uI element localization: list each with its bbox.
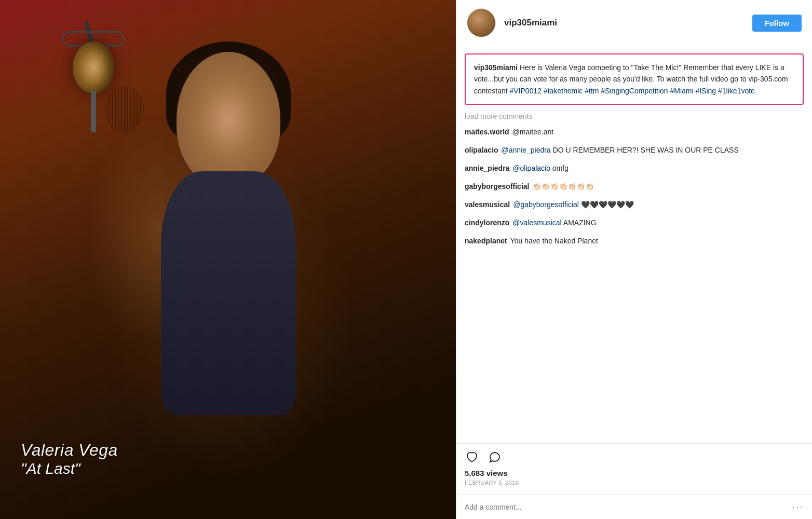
comment-text: @annie_piedra DO U REMEMBER HER?! SHE WA…: [502, 145, 739, 156]
comment-username[interactable]: maites.world: [465, 127, 509, 138]
post-date: FEBRUARY 5, 2016: [465, 480, 804, 486]
song-title: "At Last": [21, 460, 118, 477]
video-text-overlay: Valeria Vega "At Last": [21, 441, 118, 477]
post-panel: vip305miami Follow vip305miami Here is V…: [456, 0, 812, 519]
comment-text: 👏🏻👏🏻👏🏻👏🏻👏🏻👏🏻👏🏻: [532, 181, 594, 192]
comment-username[interactable]: cindylorenzo: [465, 217, 509, 228]
comment-username[interactable]: valesmusical: [465, 199, 510, 210]
comment-button[interactable]: [488, 450, 502, 465]
comment-item: maites.world @maitee.ant: [465, 127, 804, 138]
mic-mount: [91, 91, 96, 132]
follow-button[interactable]: Follow: [752, 15, 802, 32]
comment-username[interactable]: nakedplanet: [465, 236, 507, 247]
add-comment-input[interactable]: [465, 503, 792, 511]
comment-text: @gabyborgesofficial 🖤🖤🖤🖤🖤🖤: [513, 199, 634, 210]
body-shape: [161, 171, 296, 415]
performer-name: Valeria Vega: [21, 441, 118, 460]
microphone-visual: [42, 0, 145, 311]
comment-item: gabyborgesofficial 👏🏻👏🏻👏🏻👏🏻👏🏻👏🏻👏🏻: [465, 181, 804, 192]
video-panel: Valeria Vega "At Last": [0, 0, 456, 519]
caption-username[interactable]: vip305miami: [474, 63, 518, 72]
comment-item: annie_piedra @olipalacio omfg: [465, 163, 804, 174]
action-icons: [465, 450, 804, 465]
caption-hashtags[interactable]: #VIP0012 #takethemic #ttm #SingingCompet…: [510, 87, 755, 95]
mic-body: [73, 42, 114, 93]
video-background: Valeria Vega "At Last": [0, 0, 456, 519]
comment-text: @olipalacio omfg: [512, 163, 569, 174]
comments-section: maites.world @maitee.ant olipalacio @ann…: [456, 127, 812, 443]
comment-item: nakedplanet You have the Naked Planet: [465, 236, 804, 247]
views-count: 5,683 views: [465, 469, 804, 477]
avatar[interactable]: [467, 8, 496, 37]
caption-text: vip305miami Here is Valeria Vega competi…: [474, 62, 794, 97]
profile-username[interactable]: vip305miami: [504, 18, 752, 28]
actions-bar: 5,683 views FEBRUARY 5, 2016: [456, 443, 812, 494]
profile-header: vip305miami Follow: [456, 0, 812, 46]
avatar-image: [467, 9, 495, 37]
comment-text: @valesmusical AMAZING: [512, 217, 596, 228]
comment-item: olipalacio @annie_piedra DO U REMEMBER H…: [465, 145, 804, 156]
more-options-icon[interactable]: ···: [792, 501, 804, 513]
comment-mention[interactable]: @maitee.ant: [512, 127, 554, 138]
comment-item: cindylorenzo @valesmusical AMAZING: [465, 217, 804, 228]
comment-mention[interactable]: @olipalacio: [512, 164, 550, 172]
mic-grille: [105, 86, 144, 132]
person-silhouette: [145, 52, 312, 415]
comment-mention[interactable]: @valesmusical: [512, 218, 561, 227]
like-button[interactable]: [465, 450, 479, 465]
comment-username[interactable]: annie_piedra: [465, 163, 509, 174]
comment-username[interactable]: gabyborgesofficial: [465, 181, 529, 192]
load-more-comments[interactable]: load more comments: [456, 110, 812, 127]
head-shape: [177, 52, 280, 187]
comment-username[interactable]: olipalacio: [465, 145, 498, 156]
add-comment-bar: ···: [456, 494, 812, 519]
comment-text: You have the Naked Planet: [510, 236, 598, 247]
comment-mention[interactable]: @annie_piedra: [502, 146, 551, 154]
caption-box: vip305miami Here is Valeria Vega competi…: [465, 53, 804, 105]
comment-item: valesmusical @gabyborgesofficial 🖤🖤🖤🖤🖤🖤: [465, 199, 804, 210]
comment-mention[interactable]: @gabyborgesofficial: [513, 200, 579, 209]
